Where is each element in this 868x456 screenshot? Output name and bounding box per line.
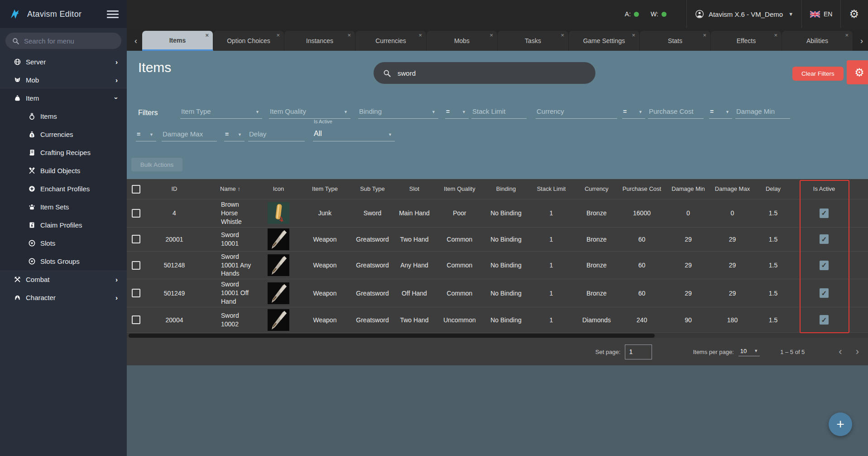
filter-delay[interactable]: Delay xyxy=(248,126,305,141)
row-checkbox[interactable] xyxy=(132,289,140,297)
settings-gear-icon[interactable]: ⚙ xyxy=(849,8,859,20)
close-icon[interactable]: × xyxy=(774,32,777,38)
items-per-page-select[interactable]: 10 ▼ xyxy=(739,348,760,356)
filter-is-active[interactable]: Is ActiveAll▼ xyxy=(313,126,395,141)
filter-stack-limit[interactable]: Stack Limit xyxy=(471,103,527,119)
table-row[interactable]: 20004Sword 10002WeaponGreatswordTwo Hand… xyxy=(127,307,868,333)
is-active-checkbox[interactable]: ✓ xyxy=(820,288,829,298)
row-checkbox[interactable] xyxy=(132,209,140,218)
tab-tasks[interactable]: Tasks× xyxy=(498,31,569,51)
is-active-checkbox[interactable]: ✓ xyxy=(820,209,829,218)
filter-binding[interactable]: Binding▼ xyxy=(358,103,438,119)
sidebar-item-item[interactable]: Item› xyxy=(0,89,127,107)
close-icon[interactable]: × xyxy=(632,32,635,38)
table-settings-button[interactable]: ⚙ xyxy=(847,60,868,84)
column-header-purchase-cost[interactable]: Purchase Cost xyxy=(618,184,666,194)
column-header-binding[interactable]: Binding xyxy=(484,184,528,194)
column-header-id[interactable]: ID xyxy=(145,184,204,194)
sidebar-item-currencies[interactable]: $Currencies xyxy=(0,125,127,143)
close-icon[interactable]: × xyxy=(703,32,706,38)
filter-operator[interactable]: =▼ xyxy=(622,103,645,119)
close-icon[interactable]: × xyxy=(276,32,280,38)
tabs-scroll-right-button[interactable]: › xyxy=(855,31,868,51)
filter-operator[interactable]: =▼ xyxy=(136,126,156,141)
sidebar-search[interactable] xyxy=(5,33,121,49)
menu-toggle-button[interactable] xyxy=(107,9,119,20)
sidebar-item-build-objects[interactable]: Build Objects xyxy=(0,161,127,179)
is-active-checkbox[interactable]: ✓ xyxy=(820,315,829,325)
column-header-slot[interactable]: Slot xyxy=(394,184,435,194)
row-checkbox[interactable] xyxy=(132,235,140,243)
column-header-is-active[interactable]: Is Active xyxy=(792,184,856,194)
sidebar-item-item-sets[interactable]: Item Sets xyxy=(0,198,127,216)
column-header-damage-min[interactable]: Damage Min xyxy=(666,184,711,194)
select-all-checkbox[interactable] xyxy=(132,185,140,194)
sidebar-item-claim-profiles[interactable]: Claim Profiles xyxy=(0,216,127,234)
tab-option-choices[interactable]: Option Choices× xyxy=(213,31,284,51)
table-row[interactable]: 20001Sword 10001WeaponGreatswordTwo Hand… xyxy=(127,228,868,252)
column-header-damage-max[interactable]: Damage Max xyxy=(711,184,754,194)
filter-operator[interactable]: =▼ xyxy=(709,103,732,119)
tab-stats[interactable]: Stats× xyxy=(640,31,711,51)
tab-effects[interactable]: Effects× xyxy=(711,31,782,51)
items-search-input[interactable] xyxy=(398,69,586,77)
filter-damage-min[interactable]: Damage Min xyxy=(735,103,790,119)
close-icon[interactable]: × xyxy=(489,32,493,38)
filter-purchase-cost[interactable]: Purchase Cost xyxy=(648,103,704,119)
sidebar-item-crafting-recipes[interactable]: Crafting Recipes xyxy=(0,143,127,161)
is-active-checkbox[interactable]: ✓ xyxy=(820,261,829,270)
close-icon[interactable]: × xyxy=(561,32,564,38)
filter-currency[interactable]: Currency xyxy=(536,103,617,119)
sidebar-item-slots-groups[interactable]: Slots Groups xyxy=(0,252,127,270)
tabs-scroll-left-button[interactable]: ‹ xyxy=(129,31,142,51)
clear-filters-button[interactable]: Clear Filters xyxy=(792,67,844,81)
sidebar-search-input[interactable] xyxy=(24,37,115,45)
filter-operator[interactable]: =▼ xyxy=(224,126,245,141)
sidebar-item-server[interactable]: Server› xyxy=(0,53,127,71)
column-header-item-type[interactable]: Item Type xyxy=(299,184,351,194)
horizontal-scrollbar[interactable] xyxy=(127,333,868,338)
table-row[interactable]: 4Brown Horse WhistleJunkSwordMain HandPo… xyxy=(127,199,868,228)
close-icon[interactable]: × xyxy=(845,32,849,38)
tab-mobs[interactable]: Mobs× xyxy=(427,31,498,51)
previous-page-button[interactable]: ‹ xyxy=(839,347,842,357)
filter-item-type[interactable]: Item Type▼ xyxy=(180,103,262,119)
close-icon[interactable]: × xyxy=(347,32,351,38)
column-header-name[interactable]: Name ↑ xyxy=(204,184,258,194)
column-header-currency[interactable]: Currency xyxy=(575,184,618,194)
column-header-sub-type[interactable]: Sub Type xyxy=(351,184,394,194)
tab-game-settings[interactable]: Game Settings× xyxy=(569,31,640,51)
column-header-item-quality[interactable]: Item Quality xyxy=(435,184,484,194)
sidebar-item-combat[interactable]: Combat› xyxy=(0,270,127,288)
sidebar-item-enchant-profiles[interactable]: Enchant Profiles xyxy=(0,179,127,198)
add-item-button[interactable]: + xyxy=(829,412,852,436)
sidebar-item-items[interactable]: Items xyxy=(0,107,127,125)
filter-item-quality[interactable]: Item Quality▼ xyxy=(269,103,350,119)
sidebar-item-mob[interactable]: Mob› xyxy=(0,71,127,89)
items-search[interactable] xyxy=(374,62,595,84)
language-selector[interactable]: EN xyxy=(810,10,832,18)
close-icon[interactable]: × xyxy=(418,32,422,38)
filter-damage-max[interactable]: Damage Max xyxy=(162,126,217,141)
table-row[interactable]: 501248Sword 10001 Any HandsWeaponGreatsw… xyxy=(127,252,868,280)
column-header-icon[interactable]: Icon xyxy=(258,184,299,194)
scrollbar-thumb[interactable] xyxy=(129,334,655,338)
next-page-button[interactable]: › xyxy=(856,347,859,357)
set-page-input[interactable] xyxy=(625,344,652,359)
tab-currencies[interactable]: Currencies× xyxy=(355,31,427,51)
column-header-stack-limit[interactable]: Stack Limit xyxy=(528,184,575,194)
tab-instances[interactable]: Instances× xyxy=(284,31,355,51)
is-active-checkbox[interactable]: ✓ xyxy=(820,234,829,244)
tab-items[interactable]: Items× xyxy=(142,31,213,51)
world-selector[interactable]: Atavism X.6 - VM_Demo ▼ xyxy=(695,10,793,19)
filter-operator[interactable]: =▼ xyxy=(445,103,469,119)
tab-abilities[interactable]: Abilities× xyxy=(782,31,853,51)
column-header-delay[interactable]: Delay xyxy=(754,184,792,194)
table-row[interactable]: 501249Sword 10001 Off HandWeaponGreatswo… xyxy=(127,279,868,307)
row-checkbox[interactable] xyxy=(132,261,140,270)
close-icon[interactable]: × xyxy=(205,32,209,38)
bulk-actions-button[interactable]: Bulk Actions xyxy=(131,158,182,171)
sidebar-item-slots[interactable]: Slots xyxy=(0,234,127,252)
sidebar-item-character[interactable]: Character› xyxy=(0,288,127,306)
row-checkbox[interactable] xyxy=(132,315,140,324)
